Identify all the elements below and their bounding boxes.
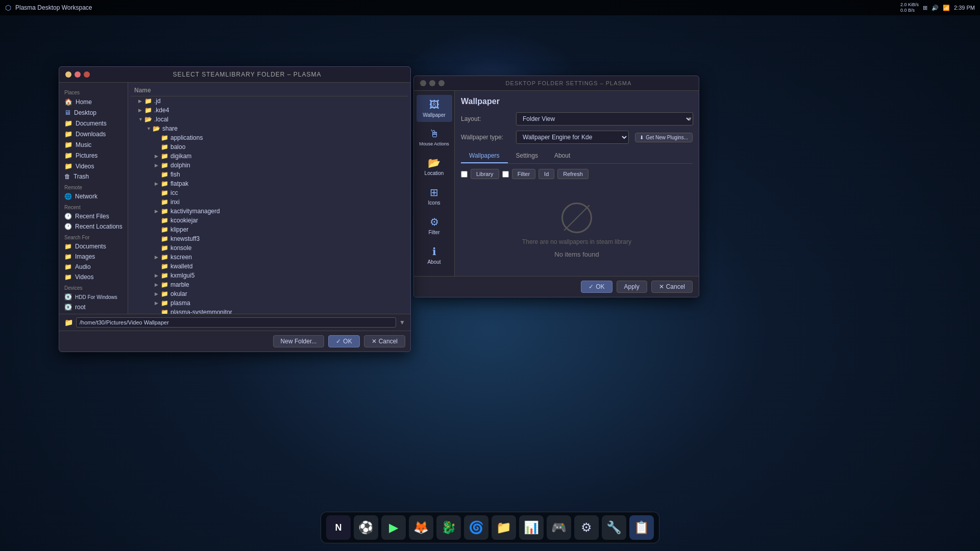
ok-button[interactable]: ✓ OK (328, 335, 359, 347)
library-button[interactable]: Library (471, 169, 499, 179)
settings-cancel-button[interactable]: ✕ Cancel (651, 281, 693, 293)
tree-item-jd[interactable]: ▶ 📁 .jd (130, 96, 408, 106)
sidebar-item-root[interactable]: 💽 root (59, 302, 128, 312)
cancel-x-icon: ✕ (372, 338, 377, 345)
tree-item-dolphin[interactable]: ▶ 📁 dolphin (130, 161, 408, 170)
settings-close-button[interactable] (438, 80, 445, 86)
network-down: 0.0 B/s (900, 8, 919, 13)
sidebar-item-desktop[interactable]: 🖥 Desktop (59, 107, 128, 118)
dock-item-notion[interactable]: N (326, 515, 351, 540)
settings-nav-filter[interactable]: ⚙ Filter (416, 212, 452, 239)
network-up: 2.0 KiB/s (900, 2, 919, 8)
sidebar-item-downloads[interactable]: 📁 Downloads (59, 129, 128, 139)
devices-label: Devices (59, 282, 128, 292)
tree-item-kactivitymanagerd[interactable]: ▶ 📁 kactivitymanagerd (130, 207, 408, 216)
close-button[interactable] (84, 71, 90, 78)
filter-checkbox[interactable] (502, 171, 509, 178)
path-input[interactable] (76, 317, 396, 328)
tree-item-kxmlgui5[interactable]: ▶ 📁 kxmlgui5 (130, 271, 408, 280)
tab-settings[interactable]: Settings (508, 149, 546, 163)
tree-item-konsole[interactable]: 📁 konsole (130, 243, 408, 253)
settings-ok-button[interactable]: ✓ OK (581, 281, 612, 293)
dropdown-icon[interactable]: ▼ (399, 319, 405, 326)
tree-item-fish[interactable]: 📁 fish (130, 170, 408, 179)
sidebar-item-search-docs[interactable]: 📁 Documents (59, 241, 128, 252)
sidebar-item-trash[interactable]: 🗑 Trash (59, 171, 128, 182)
filter-button[interactable]: Filter (512, 169, 535, 179)
wallpaper-type-select[interactable]: Wallpaper Engine for Kde (516, 131, 629, 144)
tree-item-kcookiejar[interactable]: 📁 kcookiejar (130, 216, 408, 225)
sidebar-item-pictures[interactable]: 📁 Pictures (59, 150, 128, 161)
sidebar-item-recent-files[interactable]: 🕐 Recent Files (59, 211, 128, 221)
tree-item-plasma[interactable]: ▶ 📁 plasma (130, 298, 408, 308)
tree-item-plasma-systemmonitor[interactable]: 📁 plasma-systemmonitor (130, 308, 408, 314)
settings-nav-location[interactable]: 📂 Location (416, 153, 452, 180)
tree-item-icc[interactable]: 📁 icc (130, 188, 408, 197)
dock-item-firefox[interactable]: 🦊 (409, 515, 433, 540)
dock-item-app5[interactable]: 🐉 (436, 515, 461, 540)
id-button[interactable]: Id (538, 169, 554, 179)
layout-row: Layout: Folder View ▼ (461, 112, 693, 126)
tree-item-digikam[interactable]: ▶ 📁 digikam (130, 152, 408, 161)
tab-wallpapers[interactable]: Wallpapers (461, 149, 508, 163)
get-new-plugins-button[interactable]: ⬇ Get New Plugins... (635, 133, 693, 142)
dock-item-active[interactable]: 📋 (629, 515, 654, 540)
tree-item-marble[interactable]: ▶ 📁 marble (130, 280, 408, 289)
dock-item-terminal[interactable]: ▶ (381, 515, 406, 540)
sidebar-item-videos[interactable]: 📁 Videos (59, 161, 128, 171)
tree-item-klipper[interactable]: 📁 klipper (130, 225, 408, 234)
settings-nav-wallpaper[interactable]: 🖼 Wallpaper (416, 95, 452, 122)
settings-footer: ✓ OK Apply ✕ Cancel (414, 276, 699, 297)
sidebar-item-search-videos[interactable]: 📁 Videos (59, 272, 128, 282)
tree-item-okular[interactable]: ▶ 📁 okular (130, 289, 408, 298)
tree-item-inxi[interactable]: 📁 inxi (130, 197, 408, 207)
plasma-logo-icon: ⬡ (5, 4, 11, 12)
sidebar-item-search-images[interactable]: 📁 Images (59, 252, 128, 262)
tree-item-knewstuff3[interactable]: 📁 knewstuff3 (130, 234, 408, 243)
sidebar-item-recent-locations[interactable]: 🕐 Recent Locations (59, 221, 128, 232)
file-dialog-titlebar: Select SteamLibrary Folder – Plasma (59, 67, 410, 83)
minimize-button[interactable] (65, 71, 71, 78)
folder-psm-icon: 📁 (161, 309, 168, 314)
settings-ok-icon: ✓ (589, 283, 594, 290)
settings-nav-mouse-actions[interactable]: 🖱 Mouse Actions (416, 124, 452, 151)
cancel-button[interactable]: ✕ Cancel (364, 335, 405, 347)
dock-item-files[interactable]: 📁 (492, 515, 516, 540)
dock-item-app8[interactable]: 📊 (519, 515, 544, 540)
dock-item-settings[interactable]: 🔧 (602, 515, 626, 540)
library-checkbox[interactable] (461, 171, 468, 178)
sidebar-item-documents[interactable]: 📁 Documents (59, 118, 128, 129)
expand-kscreen-icon: ▶ (155, 255, 161, 260)
tree-item-share[interactable]: ▼ 📂 share (130, 124, 408, 133)
tree-item-applications[interactable]: 📁 applications (130, 133, 408, 142)
dock-item-app2[interactable]: ⚽ (354, 515, 378, 540)
settings-nav-icons[interactable]: ⊞ Icons (416, 182, 452, 210)
layout-select[interactable]: Folder View (516, 112, 693, 126)
tree-item-local[interactable]: ▼ 📂 .local (130, 115, 408, 124)
maximize-button[interactable] (75, 71, 81, 78)
sidebar-root-label: root (75, 304, 86, 311)
tree-item-flatpak[interactable]: ▶ 📁 flatpak (130, 179, 408, 188)
tree-item-kwalletd[interactable]: 📁 kwalletd (130, 262, 408, 271)
folder-fish-icon: 📁 (161, 171, 168, 178)
refresh-button[interactable]: Refresh (557, 169, 589, 179)
dock-item-app10[interactable]: ⚙ (574, 515, 599, 540)
settings-maximize-button[interactable] (429, 80, 435, 86)
tree-item-kscreen[interactable]: ▶ 📁 kscreen (130, 253, 408, 262)
settings-apply-button[interactable]: Apply (617, 281, 647, 293)
sidebar-item-search-audio[interactable]: 📁 Audio (59, 262, 128, 272)
sidebar-item-network[interactable]: 🌐 Network (59, 191, 128, 202)
dock-item-app9[interactable]: 🎮 (547, 515, 571, 540)
tree-item-baloo[interactable]: 📁 baloo (130, 142, 408, 152)
settings-dialog-title: Desktop Folder Settings – Plasma (445, 80, 693, 86)
settings-nav-about[interactable]: ℹ About (416, 241, 452, 269)
tree-item-kde4[interactable]: ▶ 📁 .kde4 (130, 106, 408, 115)
sidebar-item-home[interactable]: 🏠 Home (59, 96, 128, 107)
sidebar-item-hdd-windows[interactable]: 💽 HDD For Windows (59, 292, 128, 302)
new-folder-button[interactable]: New Folder... (273, 335, 325, 347)
sidebar-item-music[interactable]: 📁 Music (59, 139, 128, 150)
tab-about[interactable]: About (546, 149, 578, 163)
root-icon: 💽 (64, 304, 72, 311)
dock-item-app6[interactable]: 🌀 (464, 515, 488, 540)
settings-minimize-button[interactable] (420, 80, 426, 86)
